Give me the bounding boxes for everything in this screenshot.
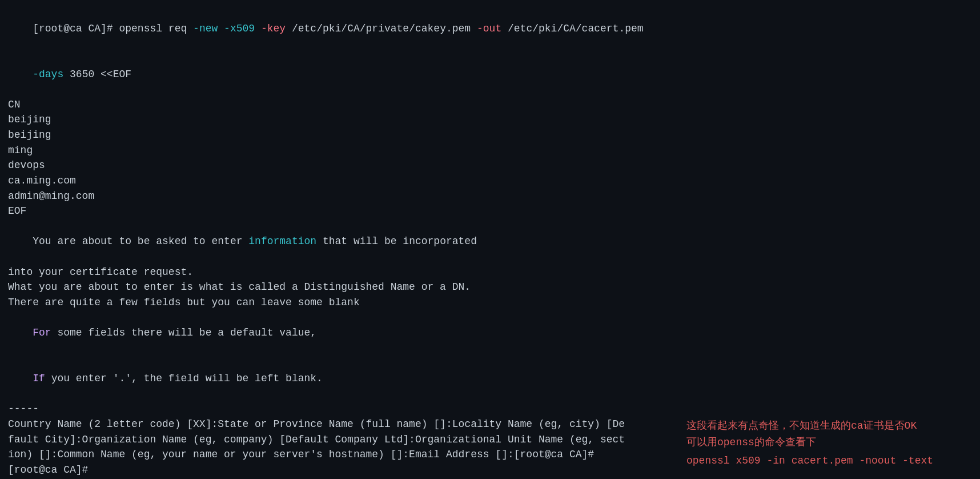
annotation-line-3: openssl x509 -in cacert.pem -noout -text — [686, 453, 972, 469]
annotation-block: 这段看起来有点奇怪，不知道生成的ca证书是否OK 可以用openss的命令查看下… — [686, 417, 972, 469]
heredoc-ming: ming — [8, 143, 972, 158]
terminal-window: [root@ca CA]# openssl req -new -x509 -ke… — [0, 0, 980, 479]
heredoc-eof: EOF — [8, 203, 972, 219]
flag-out: -out — [477, 23, 508, 34]
info-line-1: You are about to be asked to enter infor… — [8, 219, 972, 265]
keyword-information: information — [248, 235, 316, 247]
dn-fields-3: ion) []:Common Name (eg, your name or yo… — [8, 447, 669, 462]
heredoc-beijing-1: beijing — [8, 112, 972, 127]
flag-key: -key — [261, 23, 292, 34]
path-cakey: /etc/pki/CA/private/cakey.pem — [292, 23, 477, 34]
prompt-1: [root@ca CA]# — [33, 23, 119, 34]
heredoc-cn: CN — [8, 97, 972, 113]
separator-line: ----- — [8, 401, 972, 417]
dn-fields-1: Country Name (2 letter code) [XX]:State … — [8, 417, 669, 432]
info-line-2: into your certificate request. — [8, 265, 972, 280]
info-line-6: If you enter '.', the field will be left… — [8, 356, 972, 401]
dn-fields-2: fault City]:Organization Name (eg, compa… — [8, 432, 669, 448]
annotation-line-1: 这段看起来有点奇怪，不知道生成的ca证书是否OK — [686, 418, 972, 434]
heredoc-email: admin@ming.com — [8, 189, 972, 204]
info-line-4: There are quite a few fields but you can… — [8, 295, 972, 310]
cmd-openssl: openssl req — [119, 23, 193, 34]
heredoc-domain: ca.ming.com — [8, 173, 972, 189]
heredoc-beijing-2: beijing — [8, 127, 972, 143]
days-value: 3650 <<EOF — [70, 69, 131, 80]
command-line-2: -days 3650 <<EOF — [8, 51, 972, 97]
info-line-5: For some fields there will be a default … — [8, 310, 972, 356]
path-cacert: /etc/pki/CA/cacert.pem — [508, 23, 644, 34]
heredoc-devops: devops — [8, 158, 972, 173]
info-line-3: What you are about to enter is what is c… — [8, 280, 972, 295]
flag-new-x509: -new -x509 — [193, 23, 261, 34]
command-line-1: [root@ca CA]# openssl req -new -x509 -ke… — [8, 6, 972, 51]
prompt-blank: [root@ca CA]# — [8, 462, 669, 478]
annotation-line-2: 可以用openss的命令查看下 — [686, 434, 972, 451]
flag-days: -days — [33, 69, 70, 80]
